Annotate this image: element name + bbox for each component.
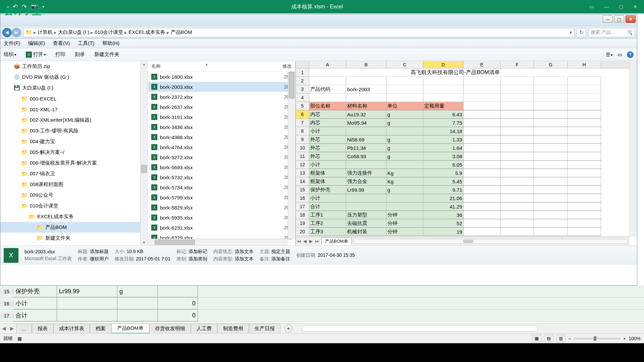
menu-help[interactable]: 帮助(H) bbox=[102, 40, 119, 47]
add-sheet-button[interactable]: + bbox=[284, 324, 292, 333]
tree-item[interactable]: 📁000-EXCEL bbox=[0, 93, 148, 104]
preview-data-row[interactable]: 6内芯Au19.32g6.43 bbox=[296, 110, 630, 119]
col-name[interactable]: 名称 bbox=[151, 63, 161, 69]
file-row[interactable]: Xbork-2372.xlsx201 bbox=[148, 92, 295, 102]
redo-icon[interactable]: ↷ bbox=[22, 3, 27, 10]
preview-vscrollbar[interactable] bbox=[630, 61, 637, 237]
zoom-slider[interactable] bbox=[574, 338, 621, 339]
tree-item[interactable]: 📁EXCEL成本实务 bbox=[0, 211, 148, 222]
col-date[interactable]: 修改 bbox=[282, 63, 292, 69]
file-row[interactable]: Xbork-5732.xlsx201 bbox=[148, 172, 295, 182]
preview-data-row[interactable]: 13框架体强力连接件Kg5.9 bbox=[296, 169, 630, 177]
preview-data-row[interactable]: 7内芯Mo95.94g7.75 bbox=[296, 119, 630, 127]
file-vscrollbar[interactable] bbox=[288, 72, 295, 239]
file-row[interactable]: Xbork-5829.xlsx201 bbox=[148, 202, 295, 213]
explorer-minimize-icon[interactable]: ─ bbox=[603, 15, 613, 23]
back-button[interactable]: ◄ bbox=[2, 28, 12, 37]
tree-item[interactable]: 💿DVD RW 驱动器 (G:) bbox=[0, 72, 148, 82]
preview-data-row[interactable]: 16小计21.06 bbox=[296, 194, 630, 202]
sheet-tab[interactable]: 生产日报 bbox=[249, 324, 280, 333]
tree-item[interactable]: 💾大白菜U盘 (I:) bbox=[0, 82, 148, 93]
preview-data-row[interactable]: 8小计14.18 bbox=[296, 127, 630, 135]
help-icon[interactable]: ? bbox=[627, 51, 634, 58]
tree-item[interactable]: 📁006-增值税发票开具-解决方案 bbox=[0, 158, 148, 168]
sheet-hscrollbar[interactable] bbox=[303, 325, 537, 331]
col-header[interactable]: B bbox=[346, 61, 386, 68]
bg-row[interactable]: 17合计0 bbox=[0, 310, 644, 322]
tree-scrollbar[interactable]: ▲▼ bbox=[140, 61, 148, 245]
breadcrumb-seg[interactable]: EXCEL成本实务 bbox=[128, 29, 165, 36]
next-sheet-icon[interactable]: ▶ bbox=[308, 239, 314, 244]
burn-button[interactable]: 刻录 bbox=[75, 51, 85, 58]
menu-edit[interactable]: 编辑(E) bbox=[28, 40, 45, 47]
forward-button[interactable]: ► bbox=[12, 28, 21, 37]
explorer-close-icon[interactable]: ✕ bbox=[626, 15, 636, 23]
sheet-prev-icon[interactable]: ◀ bbox=[0, 325, 8, 331]
file-row[interactable]: Xbork-5935.xlsx201 bbox=[148, 213, 295, 223]
camera-icon[interactable]: 📷 bbox=[31, 3, 38, 10]
file-row[interactable]: Xbork-5693.xlsx201 bbox=[148, 162, 295, 172]
tree-item[interactable]: 📁产品BOM bbox=[0, 222, 148, 233]
preview-data-row[interactable]: 19工序2去磁抗震分钟52 bbox=[296, 219, 630, 228]
col-header[interactable]: F bbox=[500, 61, 534, 68]
tree-item[interactable]: 📦工作简历.zip bbox=[0, 61, 148, 72]
file-row[interactable]: Xbork-4764.xlsx201 bbox=[148, 142, 295, 152]
preview-data-row[interactable]: 14框架体强力合金Kg5.45 bbox=[296, 177, 630, 186]
preview-data-row[interactable]: 12小计6.05 bbox=[296, 161, 630, 169]
tree-item[interactable]: 📁新建文件夹 bbox=[0, 233, 148, 243]
breadcrumb-seg[interactable]: 010会计课堂 bbox=[95, 29, 123, 36]
file-row[interactable]: Xbork-3436.xlsx201 bbox=[148, 122, 295, 132]
preview-data-row[interactable]: 9外芯Ni58.69g1.33 bbox=[296, 135, 630, 144]
preview-data-row[interactable]: 10外芯Pb11.34g1.64 bbox=[296, 144, 630, 152]
last-sheet-icon[interactable]: ⏭ bbox=[314, 239, 320, 244]
file-row[interactable]: Xbork-3191.xlsx201 bbox=[148, 112, 295, 122]
breadcrumb-seg[interactable]: 产品BOM bbox=[171, 29, 192, 36]
col-header[interactable]: D bbox=[423, 61, 464, 68]
sheet-tab[interactable]: 产品BOM单 bbox=[111, 323, 149, 334]
file-row[interactable]: Xbork-4388.xlsx201 bbox=[148, 132, 295, 142]
file-row[interactable]: Xbork-2003.xlsx201 bbox=[148, 82, 295, 92]
layout-view-icon[interactable]: ▤ bbox=[544, 335, 553, 342]
menu-view[interactable]: 查看(V) bbox=[53, 40, 70, 47]
preview-data-row[interactable]: 11外芯Co58.93g3.08 bbox=[296, 152, 630, 161]
tree-item[interactable]: 📁007-锦衣卫 bbox=[0, 168, 148, 179]
breadcrumb-dropdown-icon[interactable]: ▾ bbox=[570, 29, 572, 36]
maximize-icon[interactable]: ▢ bbox=[619, 4, 623, 9]
sheet-tab[interactable]: 成本计算表 bbox=[53, 324, 90, 333]
preview-hscrollbar[interactable] bbox=[354, 239, 628, 244]
pagebreak-view-icon[interactable]: ▥ bbox=[556, 335, 566, 342]
organize-button[interactable]: 组织▾ bbox=[4, 51, 16, 58]
sheet-tab[interactable]: 人工费 bbox=[191, 324, 217, 333]
sheet-tab[interactable]: 档案 bbox=[90, 324, 111, 333]
sheet-tab[interactable]: 存货收发明细 bbox=[149, 324, 191, 333]
sheet-tab[interactable]: 制造费用 bbox=[217, 324, 249, 333]
preview-data-row[interactable]: 17合计41.29 bbox=[296, 202, 630, 211]
zoom-level[interactable]: 100% bbox=[629, 336, 641, 341]
file-list-header[interactable]: 名称 ▲ 修改 bbox=[148, 61, 295, 72]
tree-item[interactable]: 📁005-解决方案-√ bbox=[0, 147, 148, 158]
menu-file[interactable]: 文件(F) bbox=[4, 40, 20, 47]
breadcrumb-seg[interactable]: 大白菜U盘 (I:) bbox=[58, 29, 89, 36]
prev-sheet-icon[interactable]: ◀ bbox=[302, 239, 308, 244]
first-sheet-icon[interactable]: ⏮ bbox=[296, 239, 302, 244]
minimize-icon[interactable]: — bbox=[604, 4, 609, 9]
tree-item[interactable]: 📁010会计课堂 bbox=[0, 200, 148, 211]
bg-row[interactable]: 15保护外壳Lr99.99g bbox=[0, 286, 644, 298]
print-button[interactable]: 打印 bbox=[55, 51, 65, 58]
preview-pane-button[interactable]: ▭ bbox=[618, 52, 622, 58]
col-header[interactable]: A bbox=[309, 61, 346, 68]
bg-row[interactable]: 16小计0 bbox=[0, 298, 644, 310]
sheet-tab[interactable]: 报表 bbox=[32, 324, 53, 333]
col-header[interactable]: H bbox=[568, 61, 601, 68]
file-row[interactable]: Xbork-2637.xlsx201 bbox=[148, 102, 295, 112]
tree-item[interactable]: 📁001-XML-17 bbox=[0, 104, 148, 115]
file-hscrollbar[interactable] bbox=[148, 239, 288, 245]
file-row[interactable]: Xbork-5799.xlsx201 bbox=[148, 192, 295, 202]
tree-item[interactable]: 📁002-XMLwriter(XML编辑器) bbox=[0, 115, 148, 125]
macro-icon[interactable]: ▦ bbox=[17, 336, 22, 341]
save-icon[interactable]: ▫ bbox=[7, 3, 9, 10]
col-header[interactable]: C bbox=[386, 61, 423, 68]
zoom-out-icon[interactable]: − bbox=[568, 336, 571, 341]
zoom-in-icon[interactable]: + bbox=[623, 336, 626, 341]
preview-data-row[interactable]: 18工序1压力塑型分钟36 bbox=[296, 211, 630, 219]
